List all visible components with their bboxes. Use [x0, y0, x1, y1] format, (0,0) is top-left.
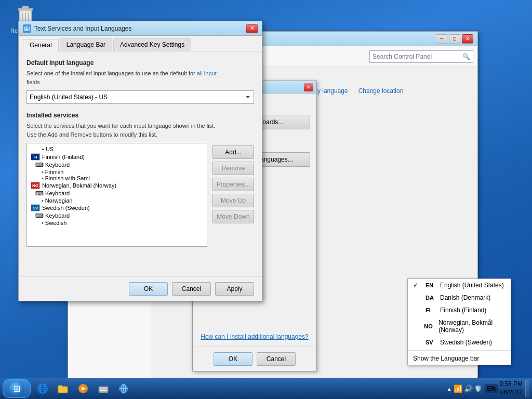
- lang-code-da: DA: [425, 295, 436, 301]
- main-dialog-close-button[interactable]: ✕: [246, 24, 258, 33]
- cp-minimize-button[interactable]: ─: [436, 34, 447, 44]
- folder-icon: [57, 383, 69, 394]
- default-lang-section-label: Default input language: [26, 59, 254, 66]
- service-no-root[interactable]: NO Norwegian, Bokmål (Norway): [29, 181, 205, 190]
- service-fi-finnish: •Finnish: [29, 169, 205, 175]
- lang-popup-show-bar[interactable]: Show the Language bar: [408, 352, 511, 365]
- lang-label-en: English (United States): [440, 282, 504, 289]
- svg-rect-7: [25, 28, 26, 29]
- sv-swedish-label: Swedish: [45, 220, 67, 226]
- sub-dialog-close-button[interactable]: ✕: [304, 83, 313, 91]
- no-norwegian-label: Norwegian: [45, 197, 73, 204]
- cp-maximize-button[interactable]: □: [449, 34, 460, 44]
- main-dialog: Text Services and Input Languages ✕ Gene…: [18, 21, 262, 301]
- taskbar-lang-indicator[interactable]: EN: [485, 384, 499, 393]
- cp-close-button[interactable]: ✕: [462, 34, 473, 44]
- default-language-dropdown[interactable]: English (United States) - US: [26, 90, 254, 104]
- lang-popup-divider: [408, 350, 511, 351]
- globe-icon: [118, 383, 129, 394]
- tray-expand-icon[interactable]: ▲: [447, 386, 452, 392]
- taskbar-time-value: 9:58 PM: [498, 380, 523, 389]
- service-us-label: • US: [42, 146, 54, 152]
- fi-finnish-label: Finnish: [45, 169, 63, 175]
- taskbar-ie-icon[interactable]: [33, 380, 52, 397]
- desktop: Recycle Bin Region and Language ─ □ ✕ ◀ …: [0, 0, 532, 399]
- network-tray-icon[interactable]: 📶: [454, 384, 462, 393]
- taskbar-explorer-icon[interactable]: [54, 380, 72, 397]
- apply-button[interactable]: Apply: [215, 282, 254, 296]
- cp-window-controls: ─ □ ✕: [436, 34, 473, 44]
- remove-button[interactable]: Remove: [212, 162, 254, 175]
- lang-code-en: EN: [425, 282, 436, 288]
- sub-ok-button[interactable]: OK: [214, 352, 252, 366]
- cp-search-input[interactable]: [373, 53, 462, 60]
- taskbar-globe-icon[interactable]: [114, 380, 133, 397]
- svg-rect-20: [101, 388, 102, 389]
- svg-rect-8: [26, 28, 28, 29]
- lang-popup-da[interactable]: DA Danish (Denmark): [408, 291, 511, 304]
- volume-tray-icon[interactable]: 🔊: [464, 384, 473, 393]
- svg-rect-6: [24, 27, 30, 31]
- svg-rect-19: [100, 388, 101, 389]
- ok-button[interactable]: OK: [129, 282, 168, 296]
- lang-popup-en[interactable]: EN English (United States): [408, 279, 511, 291]
- service-fi-root[interactable]: FI Finnish (Finland): [29, 153, 205, 161]
- start-button[interactable]: ⊞: [3, 379, 31, 398]
- service-no-keyboard: ⌨ Keyboard: [29, 190, 205, 197]
- keyboard-taskbar-icon: [98, 383, 109, 394]
- lang-code-no: NO: [424, 323, 434, 329]
- lang-popup-fi[interactable]: FI Finnish (Finland): [408, 304, 511, 316]
- fi-sami-label: Finnish with Sami: [45, 175, 90, 181]
- service-fi-sami: •Finnish with Sami: [29, 175, 205, 181]
- tab-general[interactable]: General: [23, 39, 59, 51]
- taskbar-keyboard-icon[interactable]: [94, 380, 113, 397]
- all-input-span: all input: [197, 70, 217, 76]
- fi-flag: FI: [31, 153, 40, 161]
- move-up-button[interactable]: Move Up: [212, 194, 254, 207]
- svg-rect-22: [104, 388, 105, 389]
- add-button[interactable]: Add...: [212, 145, 254, 159]
- media-player-icon: [77, 383, 89, 394]
- show-desktop-button[interactable]: [525, 380, 529, 397]
- keyboard-icon: [24, 25, 30, 32]
- tab-language-bar[interactable]: Language Bar: [60, 38, 112, 51]
- move-down-button[interactable]: Move Down: [212, 210, 254, 223]
- service-sv-keyboard: ⌨ Keyboard: [29, 212, 205, 220]
- svg-rect-24: [100, 390, 107, 391]
- svg-rect-10: [25, 29, 28, 30]
- tab-general-content: Default input language Select one of the…: [19, 51, 262, 276]
- svg-rect-9: [28, 28, 29, 29]
- installed-services-desc: Select the services that you want for ea…: [26, 122, 254, 139]
- cancel-button[interactable]: Cancel: [172, 282, 211, 296]
- start-orb: ⊞: [9, 381, 24, 396]
- properties-button[interactable]: Properties...: [212, 178, 254, 191]
- no-flag: NO: [31, 182, 40, 189]
- svg-rect-23: [106, 388, 107, 389]
- main-dialog-icon: [23, 24, 31, 33]
- tab-advanced-key-settings[interactable]: Advanced Key Settings: [113, 38, 191, 51]
- windows-security-icon[interactable]: 🛡️: [474, 385, 482, 392]
- lang-label-fi: Finnish (Finland): [440, 307, 486, 314]
- service-sv-root[interactable]: SV Swedish (Sweden): [29, 204, 205, 212]
- lang-popup-no[interactable]: NO Norwegian, Bokmål (Norway): [408, 316, 511, 336]
- svg-rect-2: [22, 6, 29, 9]
- svg-rect-21: [103, 388, 104, 389]
- sv-flag: SV: [31, 204, 40, 211]
- taskbar-items: [33, 380, 444, 397]
- sub-dialog-footer: OK Cancel: [193, 347, 316, 371]
- taskbar-clock[interactable]: 9:58 PM 3/6/2012: [498, 380, 525, 396]
- lang-popup-sv[interactable]: SV Swedish (Sweden): [408, 336, 511, 349]
- service-fi-keyboard: ⌨ Keyboard: [29, 161, 205, 169]
- service-fi-label: Finnish (Finland): [42, 154, 85, 160]
- service-sv-swedish: •Swedish: [29, 220, 205, 226]
- default-lang-desc: Select one of the installed input langua…: [26, 69, 254, 86]
- search-icon[interactable]: 🔍: [462, 53, 470, 60]
- cp-search-box[interactable]: 🔍: [369, 50, 473, 63]
- ie-icon-svg: [37, 383, 48, 394]
- service-no-norwegian: •Norwegian: [29, 197, 205, 204]
- change-location-link[interactable]: Change location: [358, 87, 404, 95]
- install-languages-link[interactable]: How can I install additional languages?: [199, 333, 310, 340]
- sub-cancel-button[interactable]: Cancel: [257, 352, 296, 366]
- installed-services-label: Installed services: [26, 112, 254, 119]
- taskbar-media-icon[interactable]: [74, 380, 92, 397]
